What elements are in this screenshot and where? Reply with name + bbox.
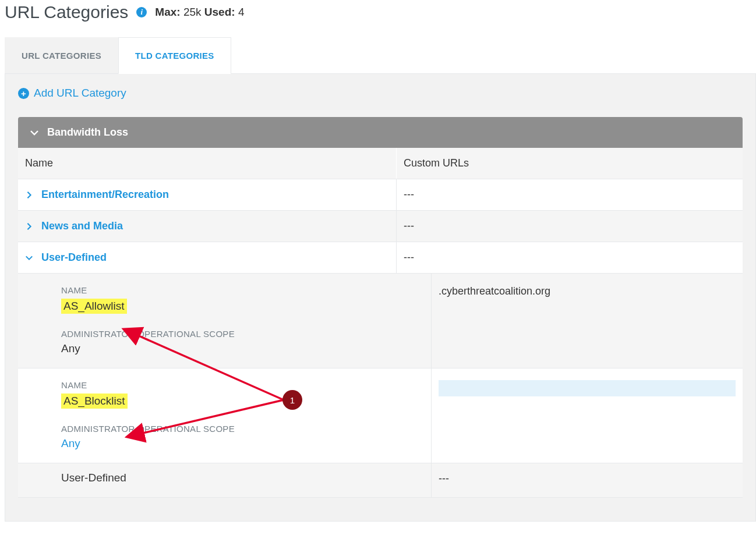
chevron-right-icon bbox=[25, 191, 33, 199]
used-label: Used: bbox=[204, 6, 235, 18]
section-header-bandwidth-loss[interactable]: Bandwidth Loss bbox=[18, 117, 743, 148]
page-header: URL Categories i Max: 25k Used: 4 bbox=[5, 0, 756, 22]
table-row-detail: NAME AS_Blocklist ADMINISTRATOR OPERATIO… bbox=[18, 368, 743, 463]
usage-summary: Max: 25k Used: 4 bbox=[155, 6, 244, 19]
info-icon[interactable]: i bbox=[136, 7, 147, 17]
category-entertainment[interactable]: Entertainment/Recreation bbox=[25, 189, 389, 201]
category-label: User-Defined bbox=[61, 472, 126, 484]
tab-url-categories[interactable]: URL CATEGORIES bbox=[5, 37, 118, 73]
column-name: Name bbox=[18, 148, 396, 179]
category-label: News and Media bbox=[41, 220, 123, 232]
chevron-down-icon bbox=[30, 128, 39, 137]
used-value: 4 bbox=[238, 6, 245, 18]
custom-urls-cell: --- bbox=[396, 211, 743, 242]
content-panel: + Add URL Category Bandwidth Loss Name C… bbox=[5, 74, 756, 522]
table-row: News and Media --- bbox=[18, 211, 743, 242]
detail-scope-value: Any bbox=[61, 342, 425, 355]
category-table: Bandwidth Loss Name Custom URLs Entertai… bbox=[18, 117, 743, 498]
plus-icon: + bbox=[18, 88, 29, 99]
custom-urls-cell bbox=[431, 368, 743, 463]
add-url-category-button[interactable]: + Add URL Category bbox=[18, 87, 743, 100]
tab-tld-categories[interactable]: TLD CATEGORIES bbox=[118, 37, 231, 74]
column-custom-urls: Custom URLs bbox=[396, 148, 743, 179]
redacted-block bbox=[439, 380, 736, 396]
max-value: 25k bbox=[183, 6, 202, 18]
chevron-right-icon bbox=[25, 222, 33, 231]
custom-urls-cell: --- bbox=[396, 179, 743, 210]
detail-scope-value[interactable]: Any bbox=[61, 437, 425, 450]
table-row: User-Defined --- bbox=[18, 242, 743, 274]
detail-name-value[interactable]: AS_Allowlist bbox=[61, 299, 127, 314]
custom-urls-cell: --- bbox=[431, 463, 743, 497]
chevron-down-icon bbox=[25, 254, 33, 262]
page-title: URL Categories bbox=[5, 2, 128, 22]
category-user-defined[interactable]: User-Defined bbox=[25, 251, 389, 264]
column-headers: Name Custom URLs bbox=[18, 148, 743, 179]
detail-name-label: NAME bbox=[61, 285, 425, 295]
detail-name-label: NAME bbox=[61, 380, 425, 390]
section-title: Bandwidth Loss bbox=[47, 126, 128, 139]
table-row-detail: NAME AS_Allowlist ADMINISTRATOR OPERATIO… bbox=[18, 274, 743, 368]
tab-bar: URL CATEGORIES TLD CATEGORIES bbox=[5, 37, 756, 74]
detail-scope-label: ADMINISTRATOR OPERATIONAL SCOPE bbox=[61, 329, 425, 339]
max-label: Max: bbox=[155, 6, 180, 18]
table-row: Entertainment/Recreation --- bbox=[18, 179, 743, 211]
category-label: Entertainment/Recreation bbox=[41, 189, 169, 201]
custom-urls-cell: .cyberthreatcoalition.org bbox=[431, 274, 743, 368]
detail-scope-label: ADMINISTRATOR OPERATIONAL SCOPE bbox=[61, 424, 425, 434]
detail-name-value[interactable]: AS_Blocklist bbox=[61, 394, 128, 409]
add-url-category-label: Add URL Category bbox=[34, 87, 126, 100]
category-news[interactable]: News and Media bbox=[25, 220, 389, 232]
table-row: User-Defined --- bbox=[18, 463, 743, 498]
category-label: User-Defined bbox=[41, 251, 107, 264]
custom-urls-cell: --- bbox=[396, 242, 743, 273]
